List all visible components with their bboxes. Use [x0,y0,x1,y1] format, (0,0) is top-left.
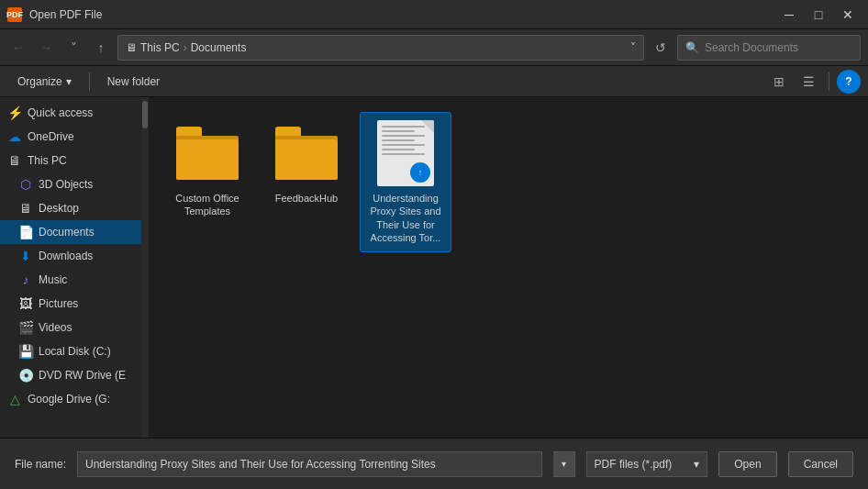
bottom-bar: File name: ▾ PDF files (*.pdf) ▾ Open Ca… [0,438,868,489]
sidebar-item-quick-access[interactable]: ⚡ Quick access [0,101,146,125]
this-pc-icon: 🖥 [7,153,22,168]
sidebar-label-pictures: Pictures [39,297,78,310]
sidebar-item-google-drive[interactable]: △ Google Drive (G: [0,387,146,411]
pdf-badge: ↑ [410,162,430,183]
sidebar-item-videos[interactable]: 🎬 Videos [0,316,146,339]
file-item-feedbackhub[interactable]: FeedbackHub [261,112,352,252]
up-button[interactable]: ↑ [90,37,112,59]
filetype-value: PDF files (*.pdf) [595,458,673,471]
filename-input[interactable] [77,451,542,477]
organize-chevron-icon: ▾ [66,75,72,88]
sidebar-item-downloads[interactable]: ⬇ Downloads [0,244,146,268]
help-button[interactable]: ? [837,70,861,94]
folder-icon-custom-office [174,120,240,186]
organize-button[interactable]: Organize ▾ [7,70,82,94]
path-expand-icon[interactable]: ˅ [630,41,636,54]
3d-objects-icon: ⬡ [18,177,33,192]
refresh-button[interactable]: ↺ [650,37,672,59]
pictures-icon: 🖼 [18,296,33,311]
search-placeholder: Search Documents [705,41,798,54]
folder-icon-feedbackhub [273,120,339,186]
new-folder-label: New folder [107,75,160,88]
file-area: Custom Office Templates FeedbackHub [147,97,868,438]
title-bar: PDF Open PDF File ─ □ ✕ [0,0,868,29]
minimize-button[interactable]: ─ [776,6,802,24]
sidebar-label-google-drive: Google Drive (G: [28,393,110,406]
sidebar: ⚡ Quick access ☁ OneDrive 🖥 This PC ⬡ 3D… [0,97,147,438]
path-separator-1: › [184,41,187,54]
sidebar-label-quick-access: Quick access [28,106,93,119]
sidebar-item-3d-objects[interactable]: ⬡ 3D Objects [0,172,146,196]
sidebar-label-desktop: Desktop [39,202,79,215]
toolbar: Organize ▾ New folder ⊞ ☰ ? [0,66,868,97]
view-dropdown-button[interactable]: ☰ [796,70,821,94]
sidebar-item-this-pc[interactable]: 🖥 This PC [0,149,146,172]
sidebar-label-3d-objects: 3D Objects [39,178,93,191]
sidebar-label-local-disk: Local Disk (C:) [39,345,111,358]
file-item-pdf[interactable]: ↑ Understanding Proxy Sites and Their Us… [360,112,451,252]
sidebar-item-pictures[interactable]: 🖼 Pictures [0,292,146,316]
address-bar: ← → ˅ ↑ 🖥 This PC › Documents ˅ ↺ 🔍 Sear… [0,29,868,66]
filetype-select[interactable]: PDF files (*.pdf) ▾ [586,451,708,477]
filename-dropdown-button[interactable]: ▾ [553,451,575,477]
toolbar-separator-2 [829,72,829,91]
local-disk-icon: 💾 [18,344,33,359]
videos-icon: 🎬 [18,320,33,335]
sidebar-label-downloads: Downloads [39,250,93,262]
file-label-custom-office: Custom Office Templates [166,192,249,218]
sidebar-item-documents[interactable]: 📄 Documents [0,220,146,244]
search-icon: 🔍 [685,41,699,54]
search-box[interactable]: 🔍 Search Documents [677,35,861,61]
new-folder-button[interactable]: New folder [97,70,170,94]
path-root: This PC [140,41,180,54]
sidebar-item-dvd[interactable]: 💿 DVD RW Drive (E [0,363,146,387]
pdf-icon: ↑ [373,120,439,186]
file-label-pdf: Understanding Proxy Sites and Their Use … [364,192,447,244]
desktop-icon: 🖥 [18,201,33,216]
organize-label: Organize [17,75,62,88]
sidebar-scrollbar[interactable] [141,97,147,438]
quick-access-icon: ⚡ [7,106,22,120]
sidebar-label-music: Music [39,273,67,286]
sidebar-label-dvd: DVD RW Drive (E [39,369,126,382]
music-icon: ♪ [18,272,33,287]
forward-button[interactable]: → [35,37,57,59]
close-button[interactable]: ✕ [835,6,861,24]
file-item-custom-office-templates[interactable]: Custom Office Templates [161,112,253,252]
path-computer-icon: 🖥 [126,41,137,54]
maximize-button[interactable]: □ [806,6,831,24]
cancel-button[interactable]: Cancel [788,451,853,477]
app-icon: PDF [7,7,22,22]
sidebar-item-onedrive[interactable]: ☁ OneDrive [0,125,146,149]
documents-icon: 📄 [18,225,33,239]
window-controls: ─ □ ✕ [776,6,861,24]
file-label-feedbackhub: FeedbackHub [275,192,339,205]
sidebar-item-music[interactable]: ♪ Music [0,268,146,292]
sidebar-label-documents: Documents [39,226,95,239]
sidebar-item-desktop[interactable]: 🖥 Desktop [0,196,146,220]
filetype-chevron-icon: ▾ [694,458,699,471]
dvd-icon: 💿 [18,368,33,383]
open-button[interactable]: Open [718,451,776,477]
google-drive-icon: △ [7,392,22,406]
toolbar-right: ⊞ ☰ ? [766,70,861,94]
window-title: Open PDF File [29,8,776,21]
sidebar-item-local-disk[interactable]: 💾 Local Disk (C:) [0,339,146,363]
filename-label: File name: [15,458,66,471]
sidebar-label-videos: Videos [39,321,72,334]
back-button[interactable]: ← [7,37,29,59]
sidebar-scroll-thumb [142,101,147,128]
address-path[interactable]: 🖥 This PC › Documents ˅ [117,35,644,61]
sidebar-label-this-pc: This PC [28,154,67,167]
downloads-icon: ⬇ [18,249,33,263]
sidebar-label-onedrive: OneDrive [28,130,74,143]
path-current: Documents [191,41,247,54]
view-icon-button[interactable]: ⊞ [766,70,792,94]
recent-button[interactable]: ˅ [62,37,84,59]
onedrive-icon: ☁ [7,129,22,144]
toolbar-separator [89,72,90,91]
main-area: ⚡ Quick access ☁ OneDrive 🖥 This PC ⬡ 3D… [0,97,868,438]
